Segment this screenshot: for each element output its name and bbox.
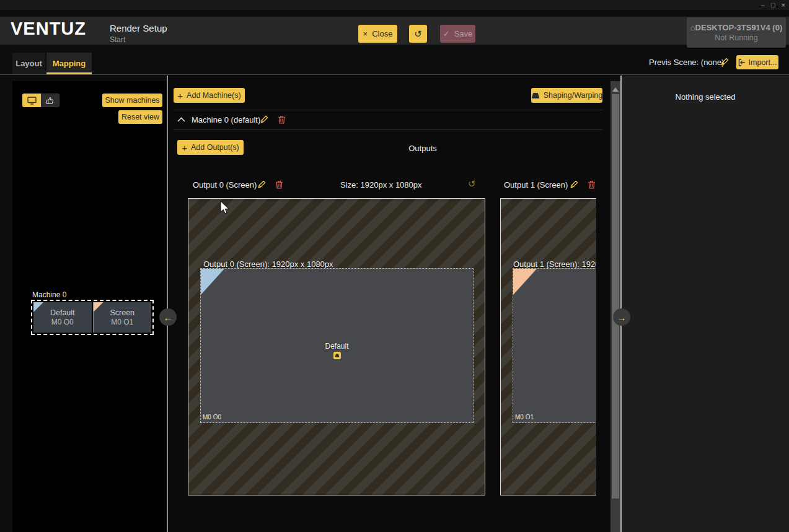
expand-right-panel-button[interactable]: →	[613, 308, 630, 326]
save-button[interactable]: ✓ Save	[440, 25, 475, 43]
divider	[174, 129, 602, 130]
view-mode-toggle	[22, 94, 60, 107]
shaping-warping-icon	[531, 92, 540, 99]
cell-title: Default	[50, 308, 75, 317]
output-corner-triangle	[513, 269, 537, 295]
shaping-badge-icon[interactable]	[333, 352, 341, 359]
maximize-icon[interactable]: □	[771, 0, 775, 10]
output-0-region[interactable]: Default M0 O0	[200, 268, 474, 423]
shaping-warping-button[interactable]: Shaping/Warping	[531, 88, 602, 103]
output-size-label: Size: 1920px x 1080px	[340, 180, 422, 190]
center-marker-label: Default	[325, 342, 348, 351]
add-outputs-button[interactable]: + Add Output(s)	[177, 140, 244, 155]
shaping-warping-label: Shaping/Warping	[544, 91, 602, 100]
divider	[174, 110, 602, 110]
output-0-canvas[interactable]: Output 0 (Screen): 1920px x 1080px Defau…	[188, 198, 485, 495]
output-cell-screen[interactable]: Screen M0 O1	[93, 302, 152, 333]
output-1-id-label: M0 O1	[515, 414, 534, 421]
output-corner-triangle	[94, 302, 104, 312]
monitor-icon	[27, 97, 37, 105]
show-machines-button[interactable]: Show machines	[102, 94, 162, 107]
output-0-edit-pencil-icon[interactable]	[257, 180, 267, 189]
arrow-left-icon: ←	[164, 312, 173, 323]
refresh-icon: ↺	[414, 28, 422, 40]
thumbs-up-icon	[46, 96, 55, 105]
import-icon	[738, 59, 746, 66]
right-panel-divider	[620, 76, 622, 532]
output-0-delete-trash-icon[interactable]	[275, 180, 283, 189]
close-button-label: Close	[372, 29, 392, 38]
output-0-header: Output 0 (Screen)	[193, 180, 257, 190]
outputs-column-title: Outputs	[372, 144, 474, 153]
machine-run-status: Not Running	[715, 33, 758, 42]
output-0-id-label: M0 O0	[203, 414, 221, 421]
output-1-header: Output 1 (Screen)	[504, 180, 568, 190]
add-machines-button[interactable]: + Add Machine(s)	[174, 88, 245, 103]
tab-mapping[interactable]: Mapping	[46, 53, 92, 74]
plus-icon: +	[182, 143, 187, 152]
machine-name: DESKTOP-3TS91V4 (0)	[695, 23, 783, 32]
output-1-delete-trash-icon[interactable]	[588, 180, 596, 189]
machine-edit-pencil-icon[interactable]	[260, 115, 269, 124]
import-button[interactable]: Import...	[736, 55, 778, 69]
output-corner-triangle	[33, 302, 43, 312]
machine-0-preview-box[interactable]: Default M0 O0 Screen M0 O1	[31, 300, 154, 335]
scrollbar-thumb[interactable]	[612, 94, 619, 499]
previs-edit-pencil-icon[interactable]	[720, 57, 729, 66]
arrow-right-icon: →	[617, 312, 627, 323]
monitor-view-button[interactable]	[22, 94, 41, 107]
output-1-canvas[interactable]: Output 1 (Screen): 1920px x 1080px M0 O1	[500, 198, 596, 495]
machine-delete-trash-icon[interactable]	[278, 115, 286, 124]
page-title: Render Setup	[110, 23, 167, 33]
add-machines-label: Add Machine(s)	[187, 91, 241, 100]
ventuz-logo: VENTUZ	[11, 19, 86, 39]
window-titlebar: – □ ×	[0, 0, 789, 10]
output-0-center-marker: Default	[325, 342, 348, 359]
check-icon: ✓	[443, 30, 450, 38]
close-button[interactable]: × Close	[358, 25, 397, 43]
machine-0-header: Machine 0 (default)	[192, 115, 260, 124]
tab-layout[interactable]: Layout	[12, 53, 45, 74]
output-1-canvas-label: Output 1 (Screen): 1920px x 1080px	[513, 259, 596, 269]
cell-subtitle: M0 O1	[111, 318, 133, 326]
output-1-region[interactable]: M0 O1	[513, 268, 596, 423]
reset-view-button[interactable]: Reset view	[118, 110, 162, 124]
refresh-button[interactable]: ↺	[409, 25, 427, 43]
size-refresh-icon[interactable]: ↺	[468, 178, 476, 190]
render-setup-window: – □ × VENTUZ Render Setup Start × Close …	[0, 0, 789, 532]
add-outputs-label: Add Output(s)	[191, 143, 239, 152]
machine-status-box[interactable]: ⌂DESKTOP-3TS91V4 (0) Not Running	[687, 17, 786, 48]
left-panel-divider	[167, 76, 168, 532]
window-close-icon[interactable]: ×	[782, 0, 785, 10]
close-icon: ×	[363, 30, 368, 38]
import-button-label: Import...	[749, 58, 777, 67]
preview-view-button[interactable]	[41, 94, 60, 107]
output-0-canvas-label: Output 0 (Screen): 1920px x 1080px	[203, 259, 333, 269]
minimize-icon[interactable]: –	[761, 0, 765, 10]
collapse-left-panel-button[interactable]: ←	[159, 308, 177, 326]
tabbar-divider	[0, 74, 789, 75]
output-1-edit-pencil-icon[interactable]	[570, 180, 579, 189]
previs-scene-label: Previs Scene: (none)	[649, 58, 724, 67]
output-corner-triangle	[201, 269, 224, 295]
cell-subtitle: M0 O0	[51, 318, 74, 326]
cell-title: Screen	[110, 308, 134, 317]
save-button-label: Save	[454, 29, 473, 38]
page-subtitle: Start	[110, 35, 125, 44]
output-cell-default[interactable]: Default M0 O0	[33, 302, 92, 333]
chevron-up-icon[interactable]	[177, 117, 185, 122]
plus-icon: +	[177, 91, 183, 100]
home-icon: ⌂	[690, 23, 695, 32]
machine-0-label: Machine 0	[32, 290, 66, 299]
nothing-selected-text: Nothing selected	[622, 92, 789, 102]
properties-panel: Nothing selected	[622, 76, 789, 532]
scrollbar-up-arrow-icon[interactable]	[612, 87, 619, 92]
